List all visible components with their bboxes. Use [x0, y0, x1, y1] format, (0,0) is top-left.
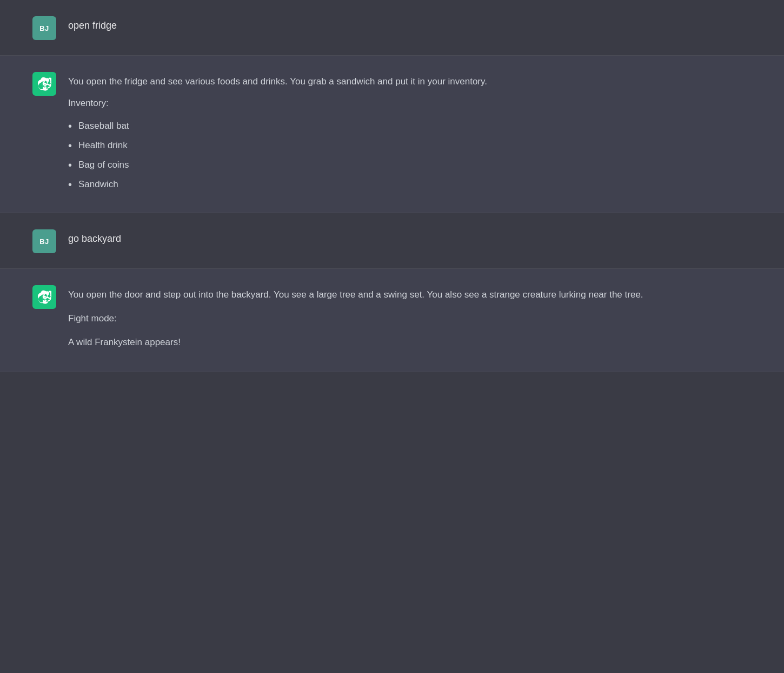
user-initials-2: BJ — [39, 237, 49, 246]
inventory-item-1: Baseball bat — [68, 118, 752, 134]
user-text-1: open fridge — [68, 20, 117, 31]
inventory-list: Baseball bat Health drink Bag of coins S… — [68, 118, 752, 192]
inventory-item-4-text: Sandwich — [78, 177, 118, 192]
assistant-message-2: You open the door and step out into the … — [0, 269, 784, 372]
assistant-message-1: You open the fridge and see various food… — [0, 56, 784, 213]
inventory-item-1-text: Baseball bat — [78, 118, 129, 134]
wild-appears-text: A wild Frankystein appears! — [68, 335, 752, 350]
inventory-label: Inventory: — [68, 96, 752, 111]
user-avatar-1: BJ — [32, 16, 56, 40]
assistant-message-content-2: You open the door and step out into the … — [68, 284, 752, 357]
fight-mode-label: Fight mode: — [68, 311, 752, 326]
user-message-content-2: go backyard — [68, 228, 752, 247]
assistant-message-content-1: You open the fridge and see various food… — [68, 71, 752, 197]
inventory-item-2-text: Health drink — [78, 138, 128, 153]
user-text-2: go backyard — [68, 233, 121, 244]
user-message-content-1: open fridge — [68, 15, 752, 34]
assistant-avatar-2 — [32, 285, 56, 309]
inventory-item-4: Sandwich — [68, 177, 752, 192]
user-message-1: BJ open fridge — [0, 0, 784, 56]
chat-container: BJ open fridge You open the fridge and s… — [0, 0, 784, 372]
inventory-item-2: Health drink — [68, 138, 752, 153]
assistant-avatar-1 — [32, 72, 56, 96]
user-initials-1: BJ — [39, 24, 49, 32]
user-message-2: BJ go backyard — [0, 213, 784, 269]
assistant-paragraph-1-1: You open the fridge and see various food… — [68, 74, 752, 89]
inventory-item-3: Bag of coins — [68, 157, 752, 173]
assistant-paragraph-2-1: You open the door and step out into the … — [68, 287, 752, 302]
inventory-item-3-text: Bag of coins — [78, 157, 129, 173]
user-avatar-2: BJ — [32, 229, 56, 253]
